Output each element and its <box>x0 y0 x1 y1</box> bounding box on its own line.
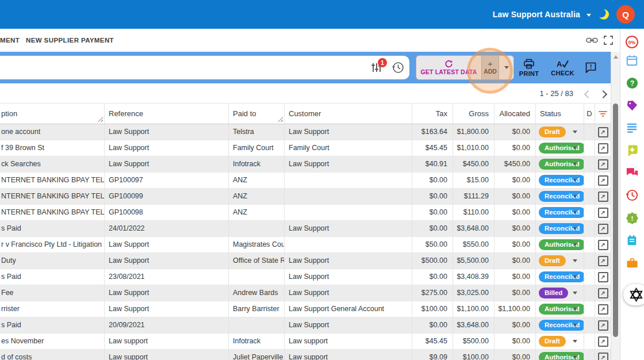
status-dropdown-caret[interactable] <box>573 227 577 230</box>
status-dropdown-caret[interactable] <box>573 179 577 182</box>
status-badge[interactable]: Authorised <box>539 304 584 315</box>
header-reference[interactable]: Reference <box>105 104 229 124</box>
org-dropdown-caret[interactable] <box>586 14 591 17</box>
open-in-new-icon[interactable] <box>598 256 608 266</box>
status-dropdown-caret[interactable] <box>573 292 577 294</box>
fullscreen-icon[interactable] <box>604 36 613 45</box>
status-badge[interactable]: Reconciled <box>539 271 584 282</box>
open-in-new-icon[interactable] <box>598 208 608 218</box>
table-row[interactable]: one accountLaw SupportTelstraLaw Support… <box>0 124 611 140</box>
table-row[interactable]: s Paid20/09/2021Law Support$0.00$3,648.0… <box>0 317 611 334</box>
table-row[interactable]: es NovemberLaw supportInfotrackLaw suppo… <box>0 334 611 350</box>
status-badge[interactable]: Billed <box>539 288 568 298</box>
assistant-knot-button[interactable] <box>623 284 644 305</box>
status-badge[interactable]: Reconciled <box>539 207 584 218</box>
status-badge[interactable]: Reconciled <box>539 223 584 234</box>
open-in-new-icon[interactable] <box>598 272 608 282</box>
status-dropdown-caret[interactable] <box>573 356 577 359</box>
briefcase-icon[interactable] <box>625 256 639 270</box>
column-resize-handle[interactable] <box>278 117 283 122</box>
table-row[interactable]: DutyLaw SupportOffice of State RevLaw Su… <box>0 253 611 269</box>
status-badge[interactable]: Reconciled <box>539 175 584 186</box>
scrollbar-thumb[interactable] <box>613 104 618 337</box>
table-row[interactable]: s Paid24/01/2022Law Support$0.00$3,648.0… <box>0 221 611 237</box>
status-badge[interactable]: Reconciled <box>539 320 584 331</box>
open-in-new-icon[interactable] <box>598 353 608 360</box>
header-filter[interactable] <box>595 104 611 124</box>
link-icon[interactable] <box>586 37 598 44</box>
status-dropdown-caret[interactable] <box>573 147 577 150</box>
status-badge[interactable]: Authorised <box>539 352 584 360</box>
open-in-new-icon[interactable] <box>598 320 608 331</box>
table-row[interactable]: NTERNET BANKING BPAY TELSTRAGP100099ANZ$… <box>0 189 611 205</box>
history-icon[interactable] <box>392 61 405 74</box>
open-in-new-icon[interactable] <box>598 143 608 154</box>
header-d[interactable]: D <box>584 104 595 124</box>
status-dropdown-caret[interactable] <box>573 308 577 311</box>
open-in-new-icon[interactable] <box>598 127 608 137</box>
tab-supplier-payment[interactable]: MENT <box>0 29 20 52</box>
org-name[interactable]: Law Support Australia <box>493 10 580 19</box>
table-row[interactable]: FeeLaw SupportAndrew BardsLaw Support$27… <box>0 285 611 301</box>
check-button[interactable]: A CHECK <box>546 55 579 80</box>
previous-page-chevron[interactable] <box>584 90 592 98</box>
open-in-new-icon[interactable] <box>598 175 608 186</box>
status-dropdown-caret[interactable] <box>573 275 577 278</box>
header-gross[interactable]: Gross <box>453 104 494 124</box>
open-in-new-icon[interactable] <box>598 336 608 347</box>
table-row[interactable]: r v Francisco Pty Ltd - Litigation MatLa… <box>0 237 611 253</box>
help-icon[interactable]: ? <box>625 76 639 90</box>
tag-icon[interactable] <box>625 98 639 112</box>
seal-alert-icon[interactable]: ! <box>625 211 639 225</box>
marker-star-icon[interactable] <box>625 143 639 157</box>
table-row[interactable]: f 39 Brown StLaw SupportFamily CourtFami… <box>0 140 611 156</box>
dark-mode-moon-icon[interactable] <box>597 8 610 21</box>
table-row[interactable]: rristerLaw SupportBarry BarristerLaw Sup… <box>0 301 611 317</box>
print-button[interactable]: PRINT <box>515 55 543 80</box>
status-dropdown-caret[interactable] <box>573 324 577 327</box>
next-page-chevron[interactable] <box>599 90 607 98</box>
header-description[interactable]: ption <box>0 104 105 124</box>
status-badge[interactable]: Reconciled <box>539 191 584 202</box>
open-in-new-icon[interactable] <box>598 304 608 315</box>
status-dropdown-caret[interactable] <box>573 195 577 198</box>
open-in-new-icon[interactable] <box>598 240 608 250</box>
note-icon[interactable] <box>625 233 639 247</box>
filter-input[interactable]: 1 <box>0 56 409 79</box>
open-in-new-icon[interactable] <box>598 224 608 234</box>
status-badge[interactable]: Authorised <box>539 159 584 170</box>
open-in-new-icon[interactable] <box>598 192 608 202</box>
status-dropdown-caret[interactable] <box>573 243 577 246</box>
avatar[interactable]: Q <box>616 5 635 24</box>
header-tax[interactable]: Tax <box>412 104 453 124</box>
status-badge[interactable]: Draft <box>539 127 566 137</box>
column-resize-handle[interactable] <box>98 117 103 122</box>
table-row[interactable]: d of costsLaw supportJuliet PapervilleLa… <box>0 350 611 360</box>
text-lines-icon[interactable] <box>625 121 639 135</box>
add-button[interactable]: + ADD <box>481 56 499 79</box>
status-badge[interactable]: Authorised <box>539 143 584 154</box>
header-allocated[interactable]: Allocated <box>494 104 536 124</box>
feedback-button[interactable]: ! <box>582 55 599 80</box>
table-row[interactable]: NTERNET BANKING BPAY TELSTRAGP100098ANZ$… <box>0 205 611 221</box>
table-row[interactable]: NTERNET BANKING BPAY TELSTRAGP100097ANZ$… <box>0 173 611 189</box>
open-in-new-icon[interactable] <box>598 288 608 298</box>
header-status[interactable]: Status <box>536 104 584 124</box>
status-badge[interactable]: Authorised <box>539 239 584 250</box>
status-dropdown-caret[interactable] <box>573 211 577 214</box>
status-dropdown-caret[interactable] <box>573 340 577 343</box>
calendar-icon[interactable] <box>625 53 639 67</box>
header-paid-to[interactable]: Paid to <box>229 104 285 124</box>
status-badge[interactable]: Draft <box>539 336 566 347</box>
table-row[interactable]: ck SearchesLaw SupportInfotrackLaw Suppo… <box>0 156 611 173</box>
header-customer[interactable]: Customer <box>285 104 412 124</box>
open-in-new-icon[interactable] <box>598 159 608 170</box>
history-red-icon[interactable] <box>625 188 639 202</box>
tab-new-supplier-payment[interactable]: NEW SUPPLIER PAYMENT <box>26 29 114 52</box>
table-row[interactable]: s Paid23/08/2021Law Support$0.00$3,408.3… <box>0 269 611 285</box>
chat-icon[interactable] <box>625 166 639 179</box>
get-latest-data-button[interactable]: GET LATEST DATA <box>416 56 481 79</box>
vertical-scrollbar[interactable] <box>611 52 620 360</box>
status-dropdown-caret[interactable] <box>573 259 577 262</box>
add-dropdown-button[interactable] <box>499 56 513 79</box>
